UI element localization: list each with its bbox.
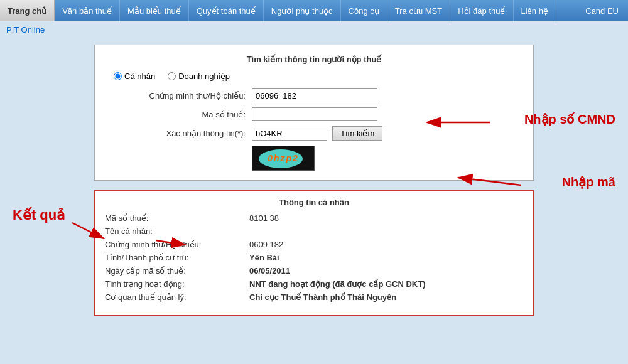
result-label-cmnd: Chứng minh thư/Hộ chiếu: xyxy=(105,240,249,249)
breadcrumb-link[interactable]: PIT Online xyxy=(6,25,45,35)
result-value-coquan: Chi cục Thuế Thành phố Thái Nguyên xyxy=(249,292,396,302)
captcha-display-text: 0hzp2 xyxy=(268,153,299,163)
nav-quyet-toan-thue[interactable]: Quyết toán thuế xyxy=(189,0,264,21)
nav-cong-cu[interactable]: Công cụ xyxy=(341,0,387,21)
result-row-ngay: Ngày cấp mã số thuế: 06/05/2011 xyxy=(105,266,523,276)
mst-row: Mã số thuế: xyxy=(107,107,521,121)
page-wrapper: Trang chủ Văn bản thuế Mẫu biểu thuế Quy… xyxy=(0,0,628,364)
result-label-mst: Mã số thuế: xyxy=(105,213,249,223)
result-row-ten: Tên cá nhân: xyxy=(105,227,523,236)
result-value-tt: NNT đang hoạt động (đã được cấp GCN ĐKT) xyxy=(249,279,425,289)
nav-tra-cuu-mst[interactable]: Tra cứu MST xyxy=(387,0,450,21)
navbar: Trang chủ Văn bản thuế Mẫu biểu thuế Quy… xyxy=(0,0,628,21)
cmnd-row: Chứng minh thư/Hộ chiếu: xyxy=(107,88,521,102)
search-box: Tìm kiếm thông tin người nộp thuế Cá nhâ… xyxy=(94,45,534,181)
search-box-title: Tìm kiếm thông tin người nộp thuế xyxy=(107,55,521,64)
radio-doanh-nghiep-label[interactable]: Doanh nghiệp xyxy=(168,72,230,81)
result-label-coquan: Cơ quan thuế quản lý: xyxy=(105,292,249,302)
result-label-tt: Tình trạng hoạt động: xyxy=(105,279,249,289)
breadcrumb: PIT Online xyxy=(0,21,628,38)
main-content: Tìm kiếm thông tin người nộp thuế Cá nhâ… xyxy=(0,38,628,323)
result-value-cmnd: 0609 182 xyxy=(249,240,283,249)
cmnd-label: Chứng minh thư/Hộ chiếu: xyxy=(126,91,252,100)
result-value-tinh: Yên Bái xyxy=(249,253,279,262)
result-row-cmnd: Chứng minh thư/Hộ chiếu: 0609 182 xyxy=(105,240,523,249)
result-row-mst: Mã số thuế: 8101 38 xyxy=(105,213,523,223)
result-row-tt: Tình trạng hoạt động: NNT đang hoạt động… xyxy=(105,279,523,289)
search-button[interactable]: Tìm kiếm xyxy=(332,126,382,141)
result-label-ten: Tên cá nhân: xyxy=(105,227,249,236)
result-label-ngay: Ngày cấp mã số thuế: xyxy=(105,266,249,276)
nav-hoi-dap-thue[interactable]: Hỏi đáp thuế xyxy=(450,0,513,21)
result-box: Thông tin cá nhân Mã số thuế: 8101 38 Tê… xyxy=(94,190,534,316)
result-value-mst: 8101 38 xyxy=(249,213,279,223)
mst-input[interactable] xyxy=(252,107,377,121)
radio-group: Cá nhân Doanh nghiệp xyxy=(107,72,521,81)
nav-mau-bieu-thue[interactable]: Mẫu biểu thuế xyxy=(120,0,189,21)
nav-right-text: Cand EU xyxy=(585,6,628,16)
nav-van-ban-thue[interactable]: Văn bản thuế xyxy=(55,0,120,21)
radio-ca-nhan[interactable] xyxy=(114,72,122,80)
cmnd-input[interactable] xyxy=(252,88,377,102)
nav-trang-chu[interactable]: Trang chủ xyxy=(0,0,55,21)
radio-doanh-nghiep[interactable] xyxy=(168,72,176,80)
xacnhan-row: Xác nhận thông tin(*): Tìm kiếm xyxy=(107,126,521,141)
result-row-tinh: Tỉnh/Thành phố cư trú: Yên Bái xyxy=(105,253,523,262)
mst-label: Mã số thuế: xyxy=(126,110,252,119)
xacnhan-label: Xác nhận thông tin(*): xyxy=(126,129,252,138)
captcha-input[interactable] xyxy=(252,127,327,141)
result-value-ngay: 06/05/2011 xyxy=(249,266,290,276)
radio-ca-nhan-label[interactable]: Cá nhân xyxy=(114,72,155,81)
nav-lien-he[interactable]: Liên hệ xyxy=(514,0,556,21)
result-label-tinh: Tỉnh/Thành phố cư trú: xyxy=(105,253,249,262)
result-row-coquan: Cơ quan thuế quản lý: Chi cục Thuế Thành… xyxy=(105,292,523,302)
captcha-image: 0hzp2 xyxy=(252,146,315,171)
result-box-title: Thông tin cá nhân xyxy=(105,198,523,207)
captcha-input-wrapper: Tìm kiếm xyxy=(252,126,382,141)
nav-nguoi-phu-thuoc[interactable]: Người phụ thuộc xyxy=(264,0,341,21)
